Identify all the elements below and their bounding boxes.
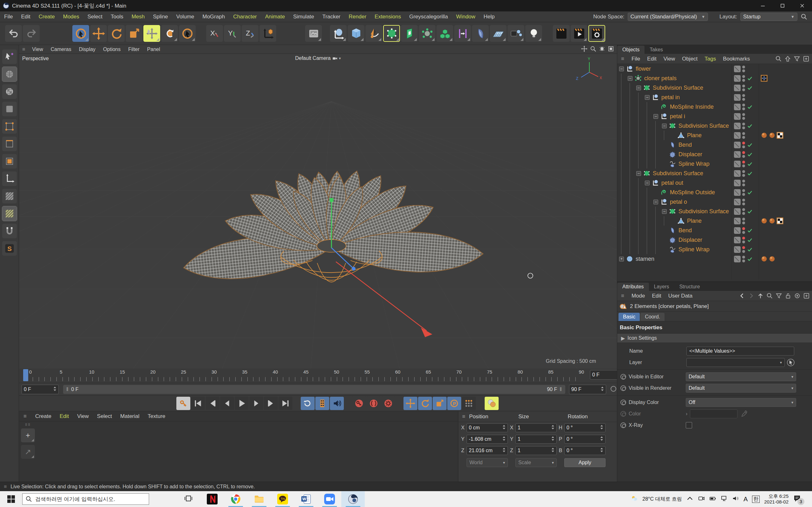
object-name[interactable]: Subdivision Surface	[678, 123, 729, 129]
om-path-up-icon[interactable]	[784, 55, 791, 62]
size-z-field[interactable]: 1	[515, 446, 557, 455]
displacer-icon[interactable]	[669, 151, 676, 158]
object-name[interactable]: Plane	[687, 132, 702, 139]
attribute-menu-icon[interactable]: ≡	[617, 293, 628, 299]
tree-row-plane[interactable]: Plane	[617, 216, 812, 226]
live-selection-tool[interactable]	[72, 25, 89, 42]
editor-visibility-dot[interactable]	[742, 66, 745, 68]
renderer-visibility-dot[interactable]	[742, 174, 745, 177]
record-prs-button[interactable]	[367, 397, 380, 410]
editor-visibility-dot[interactable]	[742, 161, 745, 164]
layer-toggle[interactable]	[734, 123, 741, 129]
tree-row-plane[interactable]: Plane	[617, 130, 812, 140]
attr-menu-user-data[interactable]: User Data	[665, 293, 696, 299]
play-button[interactable]	[235, 397, 249, 410]
collapse-icon[interactable]: –	[653, 200, 658, 205]
object-name[interactable]: cloner petals	[644, 75, 676, 82]
object-name[interactable]: MoSpline Insinde	[670, 104, 714, 110]
material-tag[interactable]	[761, 217, 768, 224]
visible-editor-key-icon[interactable]	[620, 374, 626, 380]
tree-row-subdivision-surface[interactable]: –Subdivision Surface	[617, 207, 812, 216]
polygons-mode-button[interactable]	[2, 154, 17, 169]
subdivision-icon[interactable]	[669, 208, 676, 215]
spline-wrap-icon[interactable]	[669, 245, 676, 253]
workplane-button[interactable]	[2, 189, 17, 204]
layer-toggle[interactable]	[734, 237, 741, 243]
object-name[interactable]: petal in	[661, 94, 680, 101]
maximize-button[interactable]	[773, 0, 792, 11]
collapse-icon[interactable]: –	[636, 86, 641, 90]
size-x-field[interactable]: 1	[515, 424, 557, 432]
subtab-basic[interactable]: Basic	[618, 313, 640, 321]
layer-toggle[interactable]	[734, 132, 741, 139]
editor-visibility-dot[interactable]	[742, 104, 745, 107]
layer-picker-icon[interactable]	[786, 358, 795, 367]
attr-up-icon[interactable]	[757, 292, 764, 299]
renderer-visibility-dot[interactable]	[742, 126, 745, 129]
om-menu-bookmarks[interactable]: Bookmarks	[719, 56, 753, 62]
collapse-icon[interactable]: –	[645, 95, 650, 100]
collapse-icon[interactable]: –	[662, 209, 667, 214]
autokeying-button[interactable]	[176, 397, 190, 410]
layer-toggle[interactable]	[734, 151, 741, 158]
tree-row-mospline-insinde[interactable]: MoSpline Insinde	[617, 102, 812, 112]
tree-row-petal-out[interactable]: –petal out	[617, 178, 812, 187]
subtab-coord[interactable]: Coord.	[641, 313, 664, 321]
node-space-dropdown[interactable]: Current (Standard/Physical)▼	[628, 13, 708, 21]
om-menu-object[interactable]: Object	[678, 56, 701, 62]
tree-row-mospline-outside[interactable]: MoSpline Outside	[617, 187, 812, 197]
timeline-ruler[interactable]: 051015202530354045505560657075808590 0 F	[19, 369, 617, 383]
task-view-button[interactable]	[184, 494, 193, 504]
scale-mode-dropdown[interactable]: Scale▾	[515, 458, 557, 467]
om-menu-view[interactable]: View	[660, 56, 679, 62]
renderer-visibility-dot[interactable]	[742, 117, 745, 120]
goto-next-key-button[interactable]	[264, 397, 278, 410]
workplane-mode-button[interactable]	[2, 102, 17, 116]
editor-visibility-dot[interactable]	[742, 170, 745, 173]
layer-toggle[interactable]	[734, 189, 741, 196]
range-right-grip[interactable]: ‖	[560, 387, 562, 392]
renderer-visibility-dot[interactable]	[742, 183, 745, 186]
om-add-icon[interactable]	[803, 55, 809, 62]
magnet-button[interactable]	[2, 224, 17, 238]
renderer-visibility-dot[interactable]	[742, 164, 745, 167]
spline-pen-button[interactable]	[365, 25, 382, 42]
keyframe-selection-button[interactable]	[485, 397, 499, 410]
render-view-now-button[interactable]	[553, 25, 570, 42]
displacer-icon[interactable]	[669, 236, 676, 244]
snap-button[interactable]	[2, 206, 17, 221]
menu-character[interactable]: Character	[229, 14, 261, 20]
layer-toggle[interactable]	[734, 246, 741, 253]
plane-icon[interactable]	[677, 217, 685, 225]
tree-row-subdivision-surface[interactable]: –Subdivision Surface	[617, 169, 812, 178]
menu-tools[interactable]: Tools	[107, 14, 128, 20]
material-menu-material[interactable]: Material	[116, 413, 143, 419]
menu-help[interactable]: Help	[479, 14, 499, 20]
null-object-icon[interactable]	[652, 179, 659, 187]
tree-row-subdivision-surface[interactable]: –Subdivision Surface	[617, 83, 812, 93]
layer-toggle[interactable]	[734, 113, 741, 120]
viewport-menu-view[interactable]: View	[28, 47, 47, 52]
editor-visibility-dot[interactable]	[742, 94, 745, 97]
pan-icon[interactable]	[581, 45, 588, 54]
om-filter-icon[interactable]	[794, 55, 800, 62]
popout-material-button[interactable]: ↗	[21, 445, 35, 459]
menu-volume[interactable]: Volume	[172, 14, 199, 20]
scale-tool[interactable]	[125, 25, 142, 42]
axis-modification-tool[interactable]	[161, 25, 178, 42]
key-scale-button[interactable]	[433, 397, 447, 410]
rotate-tool[interactable]	[108, 25, 125, 42]
layer-toggle[interactable]	[734, 208, 741, 215]
menu-render[interactable]: Render	[345, 14, 370, 20]
material-menu-create[interactable]: Create	[31, 413, 55, 419]
active-move-tool[interactable]	[143, 25, 160, 42]
material-menu-view[interactable]: View	[73, 413, 93, 419]
renderer-visibility-dot[interactable]	[742, 240, 745, 243]
tree-row-petal-o[interactable]: –petal o	[617, 197, 812, 207]
menu-spline[interactable]: Spline	[149, 14, 172, 20]
object-name[interactable]: Subdivision Surface	[653, 170, 703, 177]
clock[interactable]: 오후 6:25 2021-08-02	[764, 493, 789, 505]
taskbar-app-cinema4d[interactable]	[341, 491, 365, 507]
render-view-button[interactable]	[305, 25, 322, 42]
minimize-button[interactable]	[753, 0, 773, 11]
